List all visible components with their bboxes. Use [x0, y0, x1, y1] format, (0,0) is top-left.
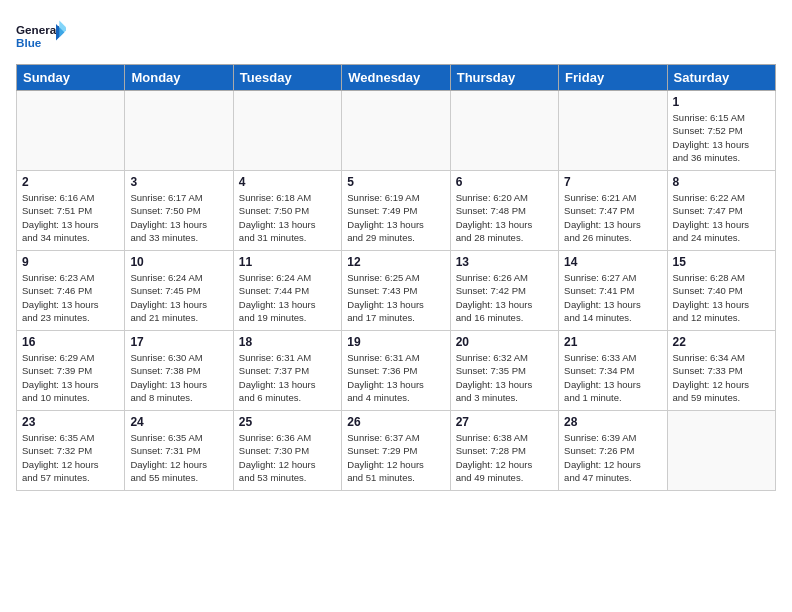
calendar-cell: 21Sunrise: 6:33 AM Sunset: 7:34 PM Dayli… [559, 331, 667, 411]
calendar-cell: 27Sunrise: 6:38 AM Sunset: 7:28 PM Dayli… [450, 411, 558, 491]
week-row-2: 9Sunrise: 6:23 AM Sunset: 7:46 PM Daylig… [17, 251, 776, 331]
logo: General Blue [16, 16, 66, 56]
day-number: 13 [456, 255, 553, 269]
calendar-cell [17, 91, 125, 171]
day-detail: Sunrise: 6:31 AM Sunset: 7:37 PM Dayligh… [239, 351, 336, 404]
day-number: 23 [22, 415, 119, 429]
day-number: 25 [239, 415, 336, 429]
calendar-cell: 22Sunrise: 6:34 AM Sunset: 7:33 PM Dayli… [667, 331, 775, 411]
day-detail: Sunrise: 6:19 AM Sunset: 7:49 PM Dayligh… [347, 191, 444, 244]
weekday-header-sunday: Sunday [17, 65, 125, 91]
day-number: 26 [347, 415, 444, 429]
week-row-3: 16Sunrise: 6:29 AM Sunset: 7:39 PM Dayli… [17, 331, 776, 411]
calendar-cell: 26Sunrise: 6:37 AM Sunset: 7:29 PM Dayli… [342, 411, 450, 491]
day-detail: Sunrise: 6:24 AM Sunset: 7:44 PM Dayligh… [239, 271, 336, 324]
weekday-header-saturday: Saturday [667, 65, 775, 91]
calendar-cell: 12Sunrise: 6:25 AM Sunset: 7:43 PM Dayli… [342, 251, 450, 331]
day-detail: Sunrise: 6:31 AM Sunset: 7:36 PM Dayligh… [347, 351, 444, 404]
calendar-cell: 19Sunrise: 6:31 AM Sunset: 7:36 PM Dayli… [342, 331, 450, 411]
day-number: 16 [22, 335, 119, 349]
day-detail: Sunrise: 6:36 AM Sunset: 7:30 PM Dayligh… [239, 431, 336, 484]
weekday-header-monday: Monday [125, 65, 233, 91]
day-number: 10 [130, 255, 227, 269]
calendar-cell: 17Sunrise: 6:30 AM Sunset: 7:38 PM Dayli… [125, 331, 233, 411]
calendar-cell [342, 91, 450, 171]
day-number: 18 [239, 335, 336, 349]
svg-marker-3 [59, 21, 66, 38]
calendar-cell [559, 91, 667, 171]
day-number: 1 [673, 95, 770, 109]
calendar-cell [667, 411, 775, 491]
calendar-cell: 7Sunrise: 6:21 AM Sunset: 7:47 PM Daylig… [559, 171, 667, 251]
calendar-cell: 2Sunrise: 6:16 AM Sunset: 7:51 PM Daylig… [17, 171, 125, 251]
weekday-header-tuesday: Tuesday [233, 65, 341, 91]
calendar-cell: 24Sunrise: 6:35 AM Sunset: 7:31 PM Dayli… [125, 411, 233, 491]
day-number: 14 [564, 255, 661, 269]
day-number: 17 [130, 335, 227, 349]
weekday-header-thursday: Thursday [450, 65, 558, 91]
day-number: 4 [239, 175, 336, 189]
calendar-cell [125, 91, 233, 171]
day-number: 7 [564, 175, 661, 189]
day-detail: Sunrise: 6:35 AM Sunset: 7:31 PM Dayligh… [130, 431, 227, 484]
calendar-cell: 10Sunrise: 6:24 AM Sunset: 7:45 PM Dayli… [125, 251, 233, 331]
calendar-cell: 3Sunrise: 6:17 AM Sunset: 7:50 PM Daylig… [125, 171, 233, 251]
calendar-cell: 23Sunrise: 6:35 AM Sunset: 7:32 PM Dayli… [17, 411, 125, 491]
day-detail: Sunrise: 6:20 AM Sunset: 7:48 PM Dayligh… [456, 191, 553, 244]
calendar-cell: 5Sunrise: 6:19 AM Sunset: 7:49 PM Daylig… [342, 171, 450, 251]
day-number: 15 [673, 255, 770, 269]
calendar-cell [450, 91, 558, 171]
day-detail: Sunrise: 6:39 AM Sunset: 7:26 PM Dayligh… [564, 431, 661, 484]
day-detail: Sunrise: 6:33 AM Sunset: 7:34 PM Dayligh… [564, 351, 661, 404]
day-detail: Sunrise: 6:32 AM Sunset: 7:35 PM Dayligh… [456, 351, 553, 404]
calendar-cell: 20Sunrise: 6:32 AM Sunset: 7:35 PM Dayli… [450, 331, 558, 411]
week-row-0: 1Sunrise: 6:15 AM Sunset: 7:52 PM Daylig… [17, 91, 776, 171]
calendar-cell [233, 91, 341, 171]
calendar-table: SundayMondayTuesdayWednesdayThursdayFrid… [16, 64, 776, 491]
calendar-cell: 6Sunrise: 6:20 AM Sunset: 7:48 PM Daylig… [450, 171, 558, 251]
header: General Blue [16, 16, 776, 56]
day-detail: Sunrise: 6:37 AM Sunset: 7:29 PM Dayligh… [347, 431, 444, 484]
logo-icon: General Blue [16, 16, 66, 56]
day-number: 5 [347, 175, 444, 189]
day-detail: Sunrise: 6:35 AM Sunset: 7:32 PM Dayligh… [22, 431, 119, 484]
day-number: 2 [22, 175, 119, 189]
day-detail: Sunrise: 6:17 AM Sunset: 7:50 PM Dayligh… [130, 191, 227, 244]
day-detail: Sunrise: 6:29 AM Sunset: 7:39 PM Dayligh… [22, 351, 119, 404]
svg-text:Blue: Blue [16, 36, 42, 49]
day-number: 3 [130, 175, 227, 189]
day-detail: Sunrise: 6:21 AM Sunset: 7:47 PM Dayligh… [564, 191, 661, 244]
day-detail: Sunrise: 6:38 AM Sunset: 7:28 PM Dayligh… [456, 431, 553, 484]
week-row-1: 2Sunrise: 6:16 AM Sunset: 7:51 PM Daylig… [17, 171, 776, 251]
day-number: 27 [456, 415, 553, 429]
day-detail: Sunrise: 6:22 AM Sunset: 7:47 PM Dayligh… [673, 191, 770, 244]
day-number: 6 [456, 175, 553, 189]
day-detail: Sunrise: 6:34 AM Sunset: 7:33 PM Dayligh… [673, 351, 770, 404]
day-number: 12 [347, 255, 444, 269]
day-detail: Sunrise: 6:26 AM Sunset: 7:42 PM Dayligh… [456, 271, 553, 324]
calendar-cell: 28Sunrise: 6:39 AM Sunset: 7:26 PM Dayli… [559, 411, 667, 491]
day-detail: Sunrise: 6:25 AM Sunset: 7:43 PM Dayligh… [347, 271, 444, 324]
week-row-4: 23Sunrise: 6:35 AM Sunset: 7:32 PM Dayli… [17, 411, 776, 491]
day-detail: Sunrise: 6:28 AM Sunset: 7:40 PM Dayligh… [673, 271, 770, 324]
calendar-cell: 9Sunrise: 6:23 AM Sunset: 7:46 PM Daylig… [17, 251, 125, 331]
calendar-cell: 25Sunrise: 6:36 AM Sunset: 7:30 PM Dayli… [233, 411, 341, 491]
day-number: 8 [673, 175, 770, 189]
day-number: 11 [239, 255, 336, 269]
day-number: 9 [22, 255, 119, 269]
calendar-cell: 11Sunrise: 6:24 AM Sunset: 7:44 PM Dayli… [233, 251, 341, 331]
day-detail: Sunrise: 6:27 AM Sunset: 7:41 PM Dayligh… [564, 271, 661, 324]
day-number: 21 [564, 335, 661, 349]
weekday-header-row: SundayMondayTuesdayWednesdayThursdayFrid… [17, 65, 776, 91]
day-detail: Sunrise: 6:16 AM Sunset: 7:51 PM Dayligh… [22, 191, 119, 244]
calendar-cell: 4Sunrise: 6:18 AM Sunset: 7:50 PM Daylig… [233, 171, 341, 251]
day-detail: Sunrise: 6:23 AM Sunset: 7:46 PM Dayligh… [22, 271, 119, 324]
day-detail: Sunrise: 6:18 AM Sunset: 7:50 PM Dayligh… [239, 191, 336, 244]
day-detail: Sunrise: 6:24 AM Sunset: 7:45 PM Dayligh… [130, 271, 227, 324]
day-number: 24 [130, 415, 227, 429]
day-number: 28 [564, 415, 661, 429]
calendar-cell: 16Sunrise: 6:29 AM Sunset: 7:39 PM Dayli… [17, 331, 125, 411]
day-detail: Sunrise: 6:15 AM Sunset: 7:52 PM Dayligh… [673, 111, 770, 164]
calendar-cell: 8Sunrise: 6:22 AM Sunset: 7:47 PM Daylig… [667, 171, 775, 251]
day-detail: Sunrise: 6:30 AM Sunset: 7:38 PM Dayligh… [130, 351, 227, 404]
